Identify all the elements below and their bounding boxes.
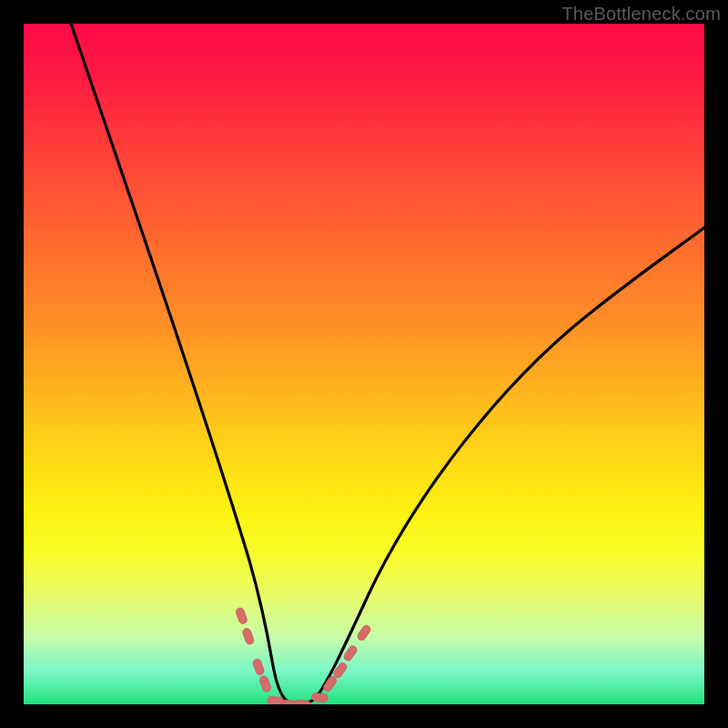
curve-layer: [24, 24, 704, 704]
curve-marker: [356, 624, 372, 642]
curve-marker: [242, 627, 256, 645]
marker-group: [235, 607, 372, 704]
plot-area: [24, 24, 704, 704]
curve-marker: [294, 700, 311, 704]
curve-marker: [252, 658, 266, 676]
outer-frame: TheBottleneck.com: [0, 0, 728, 728]
watermark-text: TheBottleneck.com: [561, 4, 721, 25]
bottleneck-curve: [71, 24, 704, 704]
curve-marker: [311, 693, 329, 703]
curve-marker: [258, 675, 272, 693]
curve-marker: [235, 607, 248, 625]
